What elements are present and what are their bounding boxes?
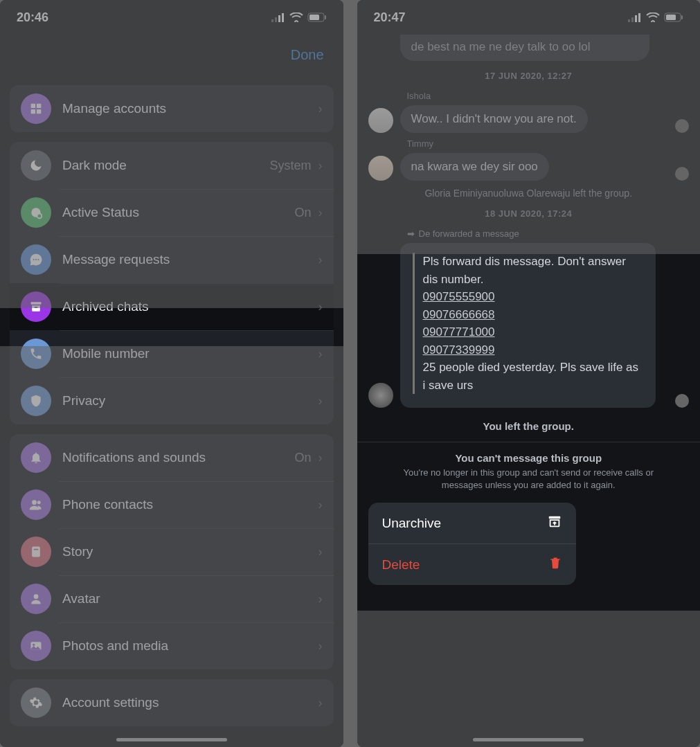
row-story[interactable]: Story › — [10, 528, 334, 575]
svg-rect-8 — [37, 104, 41, 108]
message-text: de best na me ne dey talk to oo lol — [411, 40, 591, 53]
svg-rect-5 — [309, 15, 319, 20]
svg-rect-6 — [325, 15, 326, 19]
row-label: Manage accounts — [62, 101, 318, 116]
row-phone-contacts[interactable]: Phone contacts › — [10, 481, 334, 528]
svg-point-18 — [32, 500, 37, 505]
divider — [357, 442, 701, 442]
message-bubble-truncated[interactable]: de best na me ne dey talk to oo lol — [400, 35, 649, 61]
sender-name: Ishola — [407, 91, 690, 101]
row-label: Dark mode — [62, 158, 269, 173]
row-value: On — [294, 206, 311, 220]
action-delete[interactable]: Delete — [368, 543, 576, 585]
status-time: 20:46 — [17, 10, 48, 25]
home-indicator[interactable] — [473, 738, 584, 741]
read-receipt-avatar — [675, 167, 689, 181]
svg-rect-17 — [35, 307, 38, 308]
phone-number-link[interactable]: 09075555900 — [423, 288, 644, 306]
row-photos-media[interactable]: Photos and media › — [10, 622, 334, 669]
message-text: na kwara we dey sir ooo — [411, 160, 538, 173]
chevron-right-icon: › — [318, 347, 323, 361]
status-bar: 20:46 — [0, 0, 343, 35]
chevron-right-icon: › — [318, 394, 323, 408]
message-bubble[interactable]: Wow.. I didn't know you are not. — [400, 105, 588, 133]
date-divider: 18 JUN 2020, 17:24 — [368, 208, 690, 219]
svg-rect-31 — [681, 15, 683, 19]
message-icon — [21, 244, 51, 275]
svg-rect-21 — [34, 549, 39, 550]
row-mobile-number[interactable]: Mobile number › — [10, 330, 334, 377]
row-archived-chats[interactable]: Archived chats › — [10, 283, 334, 330]
row-label: Notifications and sounds — [62, 450, 294, 465]
message-bubble[interactable]: na kwara we dey sir ooo — [400, 153, 549, 181]
svg-rect-27 — [635, 15, 637, 22]
accounts-icon — [21, 93, 51, 124]
chevron-right-icon: › — [318, 545, 323, 559]
cellular-icon — [271, 12, 285, 22]
row-label: Privacy — [62, 393, 318, 408]
phone-number-link[interactable]: 09076666668 — [423, 306, 644, 324]
svg-rect-7 — [31, 104, 35, 108]
message-text: Pls forward dis message. Don't answer di… — [423, 255, 626, 286]
row-dark-mode[interactable]: Dark mode System › — [10, 142, 334, 189]
photo-icon — [21, 631, 51, 661]
story-icon — [21, 537, 51, 567]
avatar[interactable] — [368, 156, 393, 181]
svg-point-12 — [37, 214, 42, 219]
settings-section: Notifications and sounds On › Phone cont… — [10, 434, 334, 669]
chevron-right-icon: › — [318, 451, 323, 465]
read-receipt-avatar — [675, 119, 689, 133]
row-label: Account settings — [62, 695, 318, 710]
phone-icon — [21, 339, 51, 369]
read-receipt-avatar — [675, 394, 689, 408]
chat-area: de best na me ne dey talk to oo lol 17 J… — [357, 35, 701, 492]
phone-screenshot-right: 20:47 de best na me ne dey talk to oo lo… — [357, 0, 701, 747]
forwarded-text: De forwarded a message — [419, 228, 519, 239]
done-button[interactable]: Done — [291, 47, 324, 63]
chevron-right-icon: › — [318, 696, 323, 710]
forward-arrow-icon: ➡ — [407, 228, 415, 239]
date-divider: 17 JUN 2020, 12:27 — [368, 71, 690, 81]
home-indicator[interactable] — [116, 738, 227, 741]
chevron-right-icon: › — [318, 159, 323, 173]
phone-number-link[interactable]: 09077339999 — [423, 341, 644, 359]
row-label: Story — [62, 544, 318, 559]
contacts-icon — [21, 489, 51, 520]
status-time: 20:47 — [374, 10, 406, 25]
battery-icon — [307, 12, 327, 22]
row-notifications[interactable]: Notifications and sounds On › — [10, 434, 334, 481]
svg-rect-16 — [31, 302, 42, 304]
svg-rect-20 — [32, 547, 40, 557]
action-label: Unarchive — [382, 516, 442, 531]
svg-rect-2 — [278, 15, 280, 22]
row-active-status[interactable]: Active Status On › — [10, 189, 334, 236]
message-row: na kwara we dey sir ooo — [368, 153, 690, 181]
row-privacy[interactable]: Privacy › — [10, 377, 334, 424]
row-account-settings[interactable]: Account settings › — [10, 679, 334, 726]
avatar[interactable] — [368, 383, 393, 408]
svg-point-14 — [35, 259, 37, 260]
row-avatar[interactable]: Avatar › — [10, 575, 334, 622]
avatar[interactable] — [368, 108, 393, 133]
svg-point-13 — [33, 259, 35, 260]
row-value: System — [269, 159, 311, 173]
action-unarchive[interactable]: Unarchive — [368, 503, 576, 543]
svg-rect-32 — [548, 516, 560, 519]
cellular-icon — [628, 12, 642, 22]
row-manage-accounts[interactable]: Manage accounts › — [10, 85, 334, 132]
chevron-right-icon: › — [318, 592, 323, 606]
row-label: Message requests — [62, 252, 318, 267]
settings-section: Dark mode System › Active Status On › Me… — [10, 142, 334, 424]
moon-icon — [21, 150, 51, 181]
row-message-requests[interactable]: Message requests › — [10, 236, 334, 283]
bell-icon — [21, 442, 51, 473]
message-bubble-forwarded[interactable]: Pls forward dis message. Don't answer di… — [400, 243, 656, 408]
dim-overlay — [357, 611, 701, 747]
chevron-right-icon: › — [318, 253, 323, 267]
message-text: 25 people died yesterday. Pls save life … — [423, 361, 639, 392]
chevron-right-icon: › — [318, 498, 323, 512]
status-icon — [21, 197, 51, 228]
phone-number-link[interactable]: 09077771000 — [423, 323, 644, 341]
gear-icon — [21, 687, 51, 718]
message-row: Pls forward dis message. Don't answer di… — [368, 243, 690, 408]
